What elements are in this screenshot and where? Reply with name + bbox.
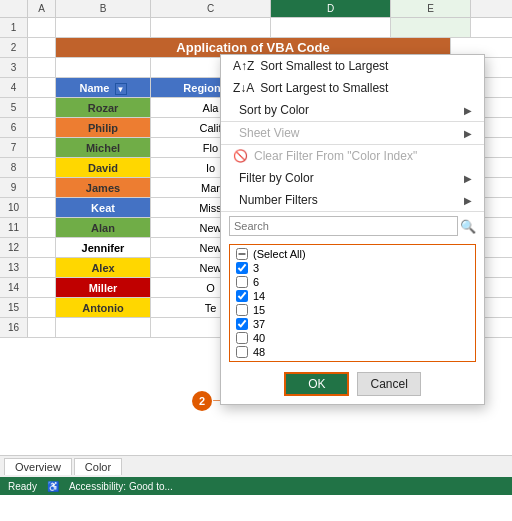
cancel-button[interactable]: Cancel xyxy=(357,372,420,396)
arrow-icon: ▶ xyxy=(464,195,472,206)
ok-button[interactable]: OK xyxy=(284,372,349,396)
dropdown-buttons-row: OK Cancel xyxy=(221,366,484,404)
col-header-d[interactable]: D xyxy=(271,0,391,17)
checkbox-item-15[interactable]: 15 xyxy=(234,303,471,317)
sort-by-color-item[interactable]: Sort by Color ▶ xyxy=(221,99,484,121)
name-cell[interactable]: Keat xyxy=(56,198,151,217)
filter-dropdown: A↑Z Sort Smallest to Largest Z↓A Sort La… xyxy=(220,54,485,405)
clear-filter-item: 🚫 Clear Filter From "Color Index" xyxy=(221,144,484,167)
name-cell[interactable]: Jennifer xyxy=(56,238,151,257)
search-icon: 🔍 xyxy=(460,219,476,234)
col-header-e[interactable]: E xyxy=(391,0,471,17)
checkbox-item-6[interactable]: 6 xyxy=(234,275,471,289)
checkbox-item-3[interactable]: 3 xyxy=(234,261,471,275)
table-row: 1 xyxy=(0,18,512,38)
arrow-icon: ▶ xyxy=(464,128,472,139)
checkbox-15[interactable] xyxy=(236,304,248,316)
col-header-c[interactable]: C xyxy=(151,0,271,17)
arrow-icon: ▶ xyxy=(464,173,472,184)
checkbox-item-48[interactable]: 48 xyxy=(234,345,471,359)
checkbox-list: (Select All) 3 6 14 15 37 xyxy=(229,244,476,362)
arrow-icon: ▶ xyxy=(464,105,472,116)
accessibility-text: Accessibility: Good to... xyxy=(69,481,173,492)
checkbox-48[interactable] xyxy=(236,346,248,358)
sheet-view-item: Sheet View ▶ xyxy=(221,121,484,144)
search-row: 🔍 xyxy=(221,211,484,240)
col-header-a[interactable]: A xyxy=(28,0,56,17)
sort-desc-icon: Z↓A xyxy=(233,81,254,95)
search-input[interactable] xyxy=(229,216,458,236)
status-ready: Ready xyxy=(8,481,37,492)
checkbox-40[interactable] xyxy=(236,332,248,344)
filter-button[interactable]: ▼ xyxy=(115,83,127,95)
checkbox-37[interactable] xyxy=(236,318,248,330)
column-header-row: A B C D E xyxy=(0,0,512,18)
corner-cell xyxy=(0,0,28,17)
select-all-checkbox[interactable] xyxy=(236,248,248,260)
name-cell[interactable]: Michel xyxy=(56,138,151,157)
name-cell[interactable]: Alex xyxy=(56,258,151,277)
name-cell[interactable]: Philip xyxy=(56,118,151,137)
sort-desc-item[interactable]: Z↓A Sort Largest to Smallest xyxy=(221,77,484,99)
tab-color[interactable]: Color xyxy=(74,458,122,475)
checkbox-item-14[interactable]: 14 xyxy=(234,289,471,303)
tab-overview[interactable]: Overview xyxy=(4,458,72,475)
name-cell[interactable]: David xyxy=(56,158,151,177)
name-cell[interactable]: Antonio xyxy=(56,298,151,317)
accessibility-icon: ♿ xyxy=(47,481,59,492)
number-filters-item[interactable]: Number Filters ▶ xyxy=(221,189,484,211)
filter-by-color-item[interactable]: Filter by Color ▶ xyxy=(221,167,484,189)
name-header[interactable]: Name ▼ xyxy=(56,78,151,97)
spreadsheet-area: A B C D E 1 2 Application of VBA Code 3 xyxy=(0,0,512,455)
checkbox-item-37[interactable]: 37 xyxy=(234,317,471,331)
clear-filter-icon: 🚫 xyxy=(233,149,248,163)
checkbox-14[interactable] xyxy=(236,290,248,302)
checkbox-3[interactable] xyxy=(236,262,248,274)
name-cell[interactable]: Alan xyxy=(56,218,151,237)
sort-asc-icon: A↑Z xyxy=(233,59,254,73)
col-header-b[interactable]: B xyxy=(56,0,151,17)
name-cell[interactable]: Miller xyxy=(56,278,151,297)
checkbox-select-all[interactable]: (Select All) xyxy=(234,247,471,261)
checkbox-item-40[interactable]: 40 xyxy=(234,331,471,345)
status-bar: Ready ♿ Accessibility: Good to... xyxy=(0,477,512,495)
name-cell[interactable]: Rozar xyxy=(56,98,151,117)
name-cell[interactable]: James xyxy=(56,178,151,197)
sort-asc-item[interactable]: A↑Z Sort Smallest to Largest xyxy=(221,55,484,77)
badge-2: 2 xyxy=(192,391,212,411)
checkbox-6[interactable] xyxy=(236,276,248,288)
sheet-tabs: Overview Color xyxy=(0,455,512,477)
